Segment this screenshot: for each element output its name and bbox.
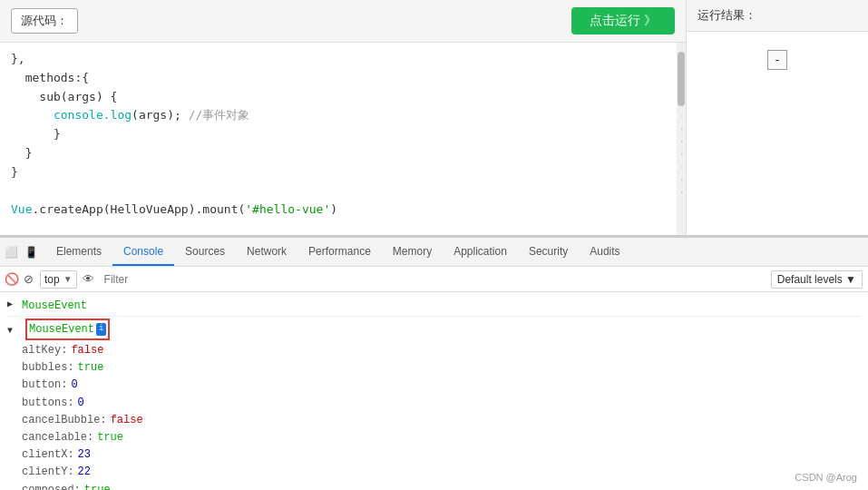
source-label: 源代码： — [11, 8, 78, 34]
prop-button: button: 0 — [22, 377, 169, 394]
console-entry-expanded[interactable]: ▼ MouseEvent i altKey: false bubbles: tr… — [7, 317, 861, 490]
mouse-event-header: ▼ MouseEvent i — [7, 318, 110, 342]
devtools-panel: ⬜ 📱 Elements Console Sources Network Per… — [0, 236, 868, 490]
console-props: altKey: false bubbles: true button: 0 bu… — [7, 342, 169, 490]
prop-altKey: altKey: false — [22, 342, 169, 359]
top-value: top — [44, 273, 60, 286]
tab-memory[interactable]: Memory — [382, 238, 443, 266]
prop-cancelable: cancelable: true — [22, 429, 169, 446]
top-dropdown-arrow[interactable]: ▼ — [63, 274, 73, 284]
inspect-icon[interactable]: ⬜ — [4, 245, 18, 260]
result-content: - — [687, 32, 868, 235]
collapsed-arrow[interactable]: ▶ — [7, 298, 18, 311]
result-header: 运行结果： — [687, 0, 868, 32]
prop-clientY: clientY: 22 — [22, 464, 169, 481]
prop-clientX: clientX: 23 — [22, 446, 169, 464]
scrollbar[interactable]: · · · · · · · — [677, 43, 686, 235]
console-output: ▶ MouseEvent ▼ MouseEvent i altKey: fals… — [0, 292, 868, 490]
mouse-event-label: MouseEvent — [29, 321, 94, 338]
prop-bubbles: bubbles: true — [22, 359, 169, 377]
code-content: }, methods:{ sub(args) { console.log(arg… — [11, 50, 675, 220]
default-levels-dropdown[interactable]: Default levels ▼ — [771, 270, 863, 289]
prop-cancelBubble: cancelBubble: false — [22, 412, 169, 429]
console-toolbar: 🚫 ⊘ top ▼ 👁 Default levels ▼ — [0, 267, 868, 292]
devtools-toolbar: ⬜ 📱 Elements Console Sources Network Per… — [0, 238, 868, 267]
devtools-tabs: Elements Console Sources Network Perform… — [45, 238, 631, 266]
run-button[interactable]: 点击运行 》 — [571, 7, 675, 34]
tab-application[interactable]: Application — [443, 238, 518, 266]
device-icon[interactable]: 📱 — [24, 245, 38, 260]
tab-sources[interactable]: Sources — [174, 238, 236, 266]
eye-icon[interactable]: 👁 — [83, 273, 95, 286]
console-entry-collapsed[interactable]: ▶ MouseEvent — [7, 296, 861, 317]
scrollbar-thumb — [678, 52, 685, 106]
stop-icon[interactable]: ⊘ — [22, 273, 34, 286]
top-select-container[interactable]: top ▼ — [40, 270, 77, 289]
top-section: 源代码： 点击运行 》 }, methods:{ sub(args) { con… — [0, 0, 868, 236]
result-minus-button[interactable]: - — [767, 50, 788, 70]
watermark: CSDN @Arog — [795, 472, 857, 483]
clear-icon[interactable]: 🚫 — [5, 273, 18, 286]
expanded-arrow[interactable]: ▼ — [7, 324, 18, 338]
tab-network[interactable]: Network — [236, 238, 297, 266]
source-panel: 源代码： 点击运行 》 }, methods:{ sub(args) { con… — [0, 0, 687, 235]
source-header: 源代码： 点击运行 》 — [0, 0, 686, 43]
tab-audits[interactable]: Audits — [579, 238, 630, 266]
prop-buttons: buttons: 0 — [22, 395, 169, 412]
code-area: }, methods:{ sub(args) { console.log(arg… — [0, 43, 686, 235]
devtools-icons: ⬜ 📱 — [4, 245, 38, 260]
console-toolbar-icons: 🚫 ⊘ — [5, 273, 34, 286]
result-panel: 运行结果： - — [687, 0, 868, 235]
tab-security[interactable]: Security — [518, 238, 579, 266]
tab-console[interactable]: Console — [112, 238, 174, 266]
highlighted-mouse-event[interactable]: MouseEvent i — [25, 318, 110, 340]
filter-input[interactable] — [101, 271, 766, 288]
mouse-event-collapsed[interactable]: MouseEvent — [22, 298, 87, 314]
tab-performance[interactable]: Performance — [297, 238, 382, 266]
tab-elements[interactable]: Elements — [45, 238, 112, 266]
event-badge: i — [96, 323, 106, 336]
prop-composed: composed: true — [22, 482, 169, 491]
